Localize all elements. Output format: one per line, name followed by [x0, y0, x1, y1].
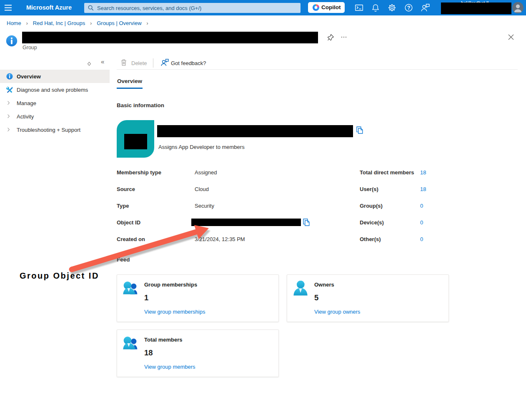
svg-text:?: ?	[407, 5, 411, 11]
